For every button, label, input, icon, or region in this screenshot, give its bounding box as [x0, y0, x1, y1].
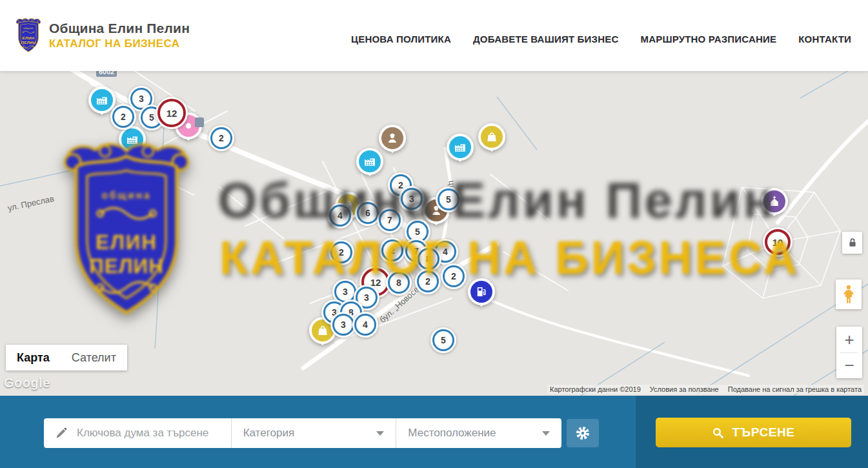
search-button-label: ТЪРСЕНЕ — [732, 425, 794, 440]
search-icon — [712, 427, 724, 439]
search-fields-group: Категория Местоположение — [44, 418, 561, 448]
keyword-field-section — [44, 418, 232, 448]
watermark-subtitle: КАТАЛОГ НА БИЗНЕСА — [219, 231, 774, 284]
category-select[interactable]: Категория — [232, 418, 397, 448]
search-bar: Категория Местоположение ТЪРСЕНЕ — [0, 396, 868, 468]
cluster-count: 4 — [352, 312, 378, 338]
pencil-icon — [55, 427, 68, 440]
brand[interactable]: Община Елин Пелин КАТАЛОГ НА БИЗНЕСА — [14, 16, 190, 55]
header: Община Елин Пелин КАТАЛОГ НА БИЗНЕСА ЦЕН… — [0, 0, 868, 71]
satellite-view-button[interactable]: Сателит — [61, 345, 127, 371]
municipality-logo — [14, 16, 43, 55]
zoom-in-button[interactable]: + — [836, 327, 862, 352]
chevron-down-icon — [542, 431, 550, 436]
cluster-count: 2 — [208, 125, 234, 151]
watermark-title: Община Елин Пелин — [216, 171, 778, 230]
attribution-copyright: Картографски данни ©2019 — [550, 385, 641, 393]
road-shield — [195, 117, 204, 127]
map-canvas[interactable]: ул. Преславбул. „Новоселции 6002 3251222… — [0, 71, 868, 396]
keyword-search-input[interactable] — [76, 426, 225, 440]
nav-item-contacts[interactable]: КОНТАКТИ — [798, 34, 851, 45]
shopping-bag-icon — [316, 324, 329, 337]
category-select-label: Категория — [243, 427, 294, 440]
location-select[interactable]: Местоположение — [396, 418, 561, 448]
pegman-icon — [840, 284, 857, 305]
site-title: Община Елин Пелин — [49, 21, 190, 36]
fuel-icon — [475, 285, 488, 298]
fullscreen-lock-button[interactable] — [842, 232, 862, 254]
terms-link[interactable]: Условия за ползване — [650, 385, 719, 393]
factory-icon — [96, 94, 108, 107]
cluster-count: 5 — [430, 327, 456, 353]
map-attribution: Картографски данни ©2019 Условия за полз… — [547, 385, 864, 394]
map-cluster[interactable]: 12 — [156, 97, 188, 129]
zoom-out-button[interactable]: − — [836, 353, 862, 379]
nav-item-pricing[interactable]: ЦЕНОВА ПОЛИТИКА — [351, 34, 451, 45]
map-pin-bag-1[interactable] — [478, 123, 505, 159]
worker-icon — [386, 132, 399, 145]
gear-icon — [575, 425, 590, 441]
road-shield: 6002 — [96, 71, 117, 77]
search-submit-button[interactable]: ТЪРСЕНЕ — [656, 418, 851, 447]
shopping-bag-icon — [485, 130, 498, 143]
advanced-settings-button[interactable] — [567, 419, 599, 447]
factory-icon — [454, 141, 467, 154]
location-select-label: Местоположение — [408, 427, 496, 440]
cluster-count: 2 — [110, 104, 136, 130]
zoom-control: + − — [836, 327, 862, 378]
app-root: ул. Преславбул. „Новоселции 6002 3251222… — [0, 0, 868, 468]
nav-item-add-business[interactable]: ДОБАВЕТЕ ВАШИЯТ БИЗНЕС — [473, 34, 618, 45]
main-nav: ЦЕНОВА ПОЛИТИКАДОБАВЕТЕ ВАШИЯТ БИЗНЕСМАР… — [351, 27, 851, 45]
map-cluster[interactable]: 2 — [110, 104, 136, 130]
nav-item-route-schedule[interactable]: МАРШРУТНО РАЗПИСАНИЕ — [640, 34, 776, 45]
chevron-down-icon — [376, 431, 384, 436]
report-error-link[interactable]: Подаване на сигнал за грешка в картата — [728, 385, 862, 393]
site-subtitle: КАТАЛОГ НА БИЗНЕСА — [49, 37, 190, 50]
google-logo[interactable]: Google — [4, 376, 50, 391]
map-view-button[interactable]: Карта — [6, 345, 61, 371]
map-pin-worker-1[interactable] — [379, 125, 406, 161]
map-pin-factory-3[interactable] — [447, 134, 474, 170]
watermark-crest-logo — [55, 137, 198, 323]
lock-icon — [846, 236, 859, 249]
map-cluster[interactable]: 5 — [430, 327, 456, 353]
factory-icon — [363, 155, 376, 168]
map-cluster[interactable]: 4 — [352, 312, 378, 338]
cluster-count: 12 — [156, 97, 188, 129]
map-cluster[interactable]: 2 — [208, 125, 234, 151]
street-view-pegman[interactable] — [836, 280, 862, 309]
map-type-switch: Карта Сателит — [6, 345, 127, 371]
